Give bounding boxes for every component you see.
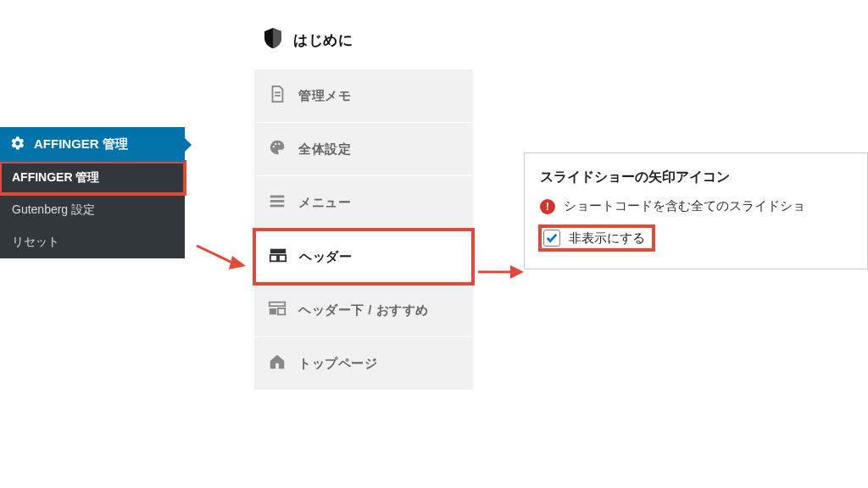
sidebar-item-reset[interactable]: リセット: [0, 226, 185, 258]
menu-item-header[interactable]: ヘッダー: [254, 230, 473, 284]
sidebar-active-label: AFFINGER 管理: [34, 136, 128, 152]
svg-point-5: [275, 143, 276, 145]
settings-menu: はじめに 管理メモ 全体設定 メニュー ヘッダー ヘッダー下 / おすすめ: [254, 17, 473, 391]
document-icon: [268, 85, 287, 107]
arrow-right-icon: [193, 239, 248, 276]
menu-item-label: メニュー: [298, 195, 351, 211]
checkbox-label: 非表示にする: [569, 230, 645, 247]
svg-rect-7: [270, 196, 285, 198]
sidebar-item-label: AFFINGER 管理: [12, 170, 99, 186]
svg-rect-9: [270, 205, 285, 208]
hamburger-icon: [268, 191, 287, 214]
menu-item-header-below[interactable]: ヘッダー下 / おすすめ: [254, 284, 473, 337]
home-icon: [268, 352, 287, 374]
sidebar-item-affinger[interactable]: AFFINGER 管理: [0, 162, 185, 194]
header-below-icon: [268, 299, 287, 321]
shield-icon: [263, 27, 283, 53]
menu-item-toppage[interactable]: トップページ: [254, 337, 473, 391]
header-layout-icon: [269, 246, 287, 268]
menu-item-label: トップページ: [298, 356, 377, 372]
warning-icon: !: [540, 199, 555, 214]
sidebar-item-label: リセット: [12, 235, 59, 250]
panel-title: スライドショーの矢印アイコン: [540, 169, 852, 186]
svg-point-4: [273, 146, 275, 147]
hide-checkbox-row[interactable]: 非表示にする: [540, 226, 654, 250]
svg-rect-8: [270, 200, 285, 202]
gear-icon: [10, 136, 34, 153]
slideshow-arrow-settings-panel: スライドショーの矢印アイコン ! ショートコードを含む全てのスライドショ 非表示…: [524, 152, 868, 269]
menu-item-menu[interactable]: メニュー: [254, 176, 473, 230]
svg-point-6: [278, 143, 280, 145]
svg-rect-12: [279, 255, 286, 261]
menu-item-label: ヘッダー: [299, 249, 352, 265]
sidebar-item-gutenberg[interactable]: Gutenberg 設定: [0, 194, 185, 226]
svg-line-0: [197, 246, 232, 263]
arrow-right-icon: [476, 263, 524, 284]
sidebar-item-label: Gutenberg 設定: [12, 202, 95, 218]
menu-item-label: 全体設定: [298, 141, 351, 158]
settings-menu-header[interactable]: はじめに: [254, 17, 473, 69]
menu-item-label: ヘッダー下 / おすすめ: [298, 302, 429, 319]
svg-rect-15: [278, 308, 285, 314]
svg-rect-11: [270, 255, 277, 261]
checkbox-checked-icon[interactable]: [543, 230, 560, 247]
settings-menu-title: はじめに: [293, 30, 353, 50]
sidebar-submenu: AFFINGER 管理 Gutenberg 設定 リセット: [0, 162, 185, 258]
warning-row: ! ショートコードを含む全てのスライドショ: [540, 198, 852, 214]
sidebar-item-affinger-active[interactable]: AFFINGER 管理: [0, 127, 185, 162]
svg-rect-13: [270, 302, 285, 307]
menu-item-label: 管理メモ: [298, 88, 351, 104]
palette-icon: [268, 138, 287, 160]
svg-rect-14: [270, 308, 276, 314]
svg-marker-1: [229, 256, 246, 269]
menu-item-memo[interactable]: 管理メモ: [254, 69, 473, 123]
svg-marker-17: [510, 265, 524, 279]
menu-item-global[interactable]: 全体設定: [254, 123, 473, 176]
svg-rect-10: [270, 249, 286, 254]
warning-text: ショートコードを含む全てのスライドショ: [564, 198, 805, 214]
wp-admin-sidebar: AFFINGER 管理 AFFINGER 管理 Gutenberg 設定 リセッ…: [0, 127, 185, 258]
